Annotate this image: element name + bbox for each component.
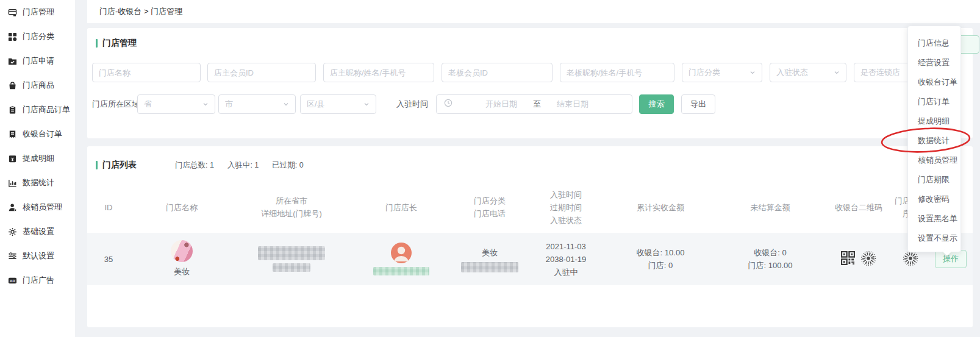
action-button[interactable]: 操作: [935, 250, 967, 268]
menu-item-set-hidden[interactable]: 设置不显示: [908, 229, 960, 248]
breadcrumb: 门店-收银台 > 门店管理: [87, 0, 980, 23]
chevron-down-icon: [749, 67, 756, 78]
list-title: 门店列表: [102, 160, 137, 171]
col-header-settle-time: 入驻时间过期时间入驻状态: [526, 182, 606, 233]
menu-item-set-blacklist[interactable]: 设置黑名单: [908, 209, 960, 229]
join-time: 2021-11-03: [546, 240, 586, 253]
chevron-down-icon: [202, 99, 209, 110]
menu-item-data-statistics[interactable]: 数据统计: [908, 131, 960, 151]
menu-item-commission-detail[interactable]: 提成明细: [908, 112, 960, 131]
qr-code-icon[interactable]: [841, 251, 855, 267]
unsettled-store: 门店: 100.00: [748, 259, 793, 272]
sidebar-item-label: 基础设置: [23, 226, 54, 237]
section-accent-bar: [96, 39, 98, 48]
sidebar-item-store-management[interactable]: 门店管理: [0, 0, 75, 24]
storefront-card-icon: [8, 8, 17, 17]
col-header-unsettled-amount: 未结算金额: [715, 182, 825, 233]
ad-icon: AD: [8, 276, 17, 285]
sidebar-item-store-ads[interactable]: AD 门店广告: [0, 268, 75, 293]
menu-item-store-term[interactable]: 门店期限: [908, 170, 960, 190]
sidebar-item-data-statistics[interactable]: 数据统计: [0, 171, 75, 195]
person-icon: [8, 203, 17, 212]
sidebar-item-store-category[interactable]: 门店分类: [0, 24, 75, 49]
store-logo-image: [171, 240, 193, 262]
owner-info-input[interactable]: [323, 63, 434, 82]
store-name-input[interactable]: [92, 63, 201, 82]
svg-text:AD: AD: [10, 278, 15, 283]
select-placeholder: 市: [225, 99, 233, 110]
cell-unsettled-amount: 收银台: 0 门店: 100.00: [715, 233, 825, 285]
redacted-phone: [461, 262, 518, 272]
settle-status-select[interactable]: 入驻状态: [770, 63, 846, 82]
sidebar: 门店管理 门店分类 门店申请 门店商品 门店商品订单 收银台订单 提成明细 数据…: [0, 0, 75, 337]
select-placeholder: 区/县: [307, 99, 325, 110]
cell-received-amount: 收银台: 10.00 门店: 0: [606, 233, 715, 285]
stat-active-stores: 入驻中: 1: [227, 160, 259, 171]
sidebar-item-verifier-management[interactable]: 核销员管理: [0, 195, 75, 219]
redacted-address-line1: [258, 246, 325, 260]
grid-icon: [8, 32, 17, 41]
unsettled-cashier: 收银台: 0: [754, 246, 786, 259]
cell-settle-time: 2021-11-03 2038-01-19 入驻中: [526, 233, 606, 285]
col-header-category-phone: 门店分类门店电话: [453, 182, 526, 233]
sidebar-item-basic-settings[interactable]: 基础设置: [0, 219, 75, 244]
menu-item-business-settings[interactable]: 经营设置: [908, 53, 960, 73]
redacted-manager-name: [373, 267, 429, 275]
sidebar-item-label: 门店广告: [23, 275, 54, 286]
sidebar-item-label: 收银台订单: [23, 129, 62, 140]
store-category-select[interactable]: 门店分类: [682, 63, 762, 82]
sidebar-item-cashier-orders[interactable]: 收银台订单: [0, 122, 75, 146]
menu-item-store-orders[interactable]: 门店订单: [908, 92, 960, 112]
sidebar-item-label: 核销员管理: [23, 202, 62, 213]
sidebar-item-label: 数据统计: [23, 177, 54, 188]
settle-date-range-picker[interactable]: 开始日期 至 结束日期: [436, 94, 632, 114]
province-select[interactable]: 省: [137, 94, 215, 114]
area-filter-label: 门店所在区域: [92, 94, 140, 114]
clock-icon: [444, 99, 452, 110]
mini-program-code-icon[interactable]: [903, 250, 918, 268]
settle-status: 入驻中: [554, 266, 578, 278]
stat-expired-stores: 已过期: 0: [272, 160, 303, 171]
sidebar-item-default-settings[interactable]: 默认设置: [0, 244, 75, 268]
bar-chart-icon: [8, 179, 17, 188]
redacted-address-line2: [273, 263, 310, 272]
select-placeholder: 是否连锁店: [860, 67, 900, 78]
breadcrumb-bar: 门店-收银台 > 门店管理: [87, 0, 980, 23]
store-list-panel: 门店列表 门店总数: 1 入驻中: 1 已过期: 0 ID 门店名称 所在省市详…: [87, 146, 973, 327]
select-placeholder: 入驻状态: [776, 67, 808, 78]
menu-item-verifier-management[interactable]: 核销员管理: [908, 151, 960, 170]
menu-item-store-info[interactable]: 门店信息: [908, 34, 960, 53]
boss-info-input[interactable]: [560, 63, 674, 82]
sidebar-item-label: 门店管理: [23, 7, 54, 18]
wallet-icon: [8, 154, 17, 163]
sidebar-item-commission-detail[interactable]: 提成明细: [0, 146, 75, 171]
menu-item-change-password[interactable]: 修改密码: [908, 190, 960, 209]
stat-total-stores: 门店总数: 1: [175, 160, 214, 171]
table-header-row: ID 门店名称 所在省市详细地址(门牌号) 门店店长 门店分类门店电话 入驻时间…: [87, 182, 973, 233]
search-button[interactable]: 搜索: [639, 94, 674, 114]
city-select[interactable]: 市: [218, 94, 296, 114]
page-title: 门店管理: [102, 38, 137, 49]
cell-store-name: 美妆: [130, 233, 234, 285]
chevron-down-icon: [834, 67, 840, 78]
section-header: 门店管理: [96, 38, 137, 49]
sidebar-item-store-goods-orders[interactable]: 门店商品订单: [0, 98, 75, 122]
store-name-text: 美妆: [174, 265, 190, 278]
district-select[interactable]: 区/县: [300, 94, 376, 114]
sidebar-item-store-goods[interactable]: 门店商品: [0, 73, 75, 98]
section-accent-bar: [96, 161, 98, 169]
menu-item-cashier-orders[interactable]: 收银台订单: [908, 73, 960, 92]
sidebar-item-label: 门店商品: [23, 80, 54, 91]
sidebar-item-store-application[interactable]: 门店申请: [0, 49, 75, 73]
sidebar-item-label: 门店商品订单: [23, 104, 70, 115]
action-dropdown-menu: 门店信息 经营设置 收银台订单 门店订单 提成明细 数据统计 核销员管理 门店期…: [907, 26, 961, 252]
boss-member-id-input[interactable]: [442, 63, 553, 82]
col-header-cashier-qr: 收银台二维码: [825, 182, 892, 233]
list-stats: 门店总数: 1 入驻中: 1 已过期: 0: [175, 160, 304, 171]
mini-program-code-icon[interactable]: [860, 250, 876, 268]
cell-cashier-qr: [825, 233, 892, 285]
export-button[interactable]: 导出: [681, 94, 715, 114]
col-header-id: ID: [87, 182, 130, 233]
owner-member-id-input[interactable]: [207, 63, 316, 82]
cell-id: 35: [87, 233, 130, 285]
